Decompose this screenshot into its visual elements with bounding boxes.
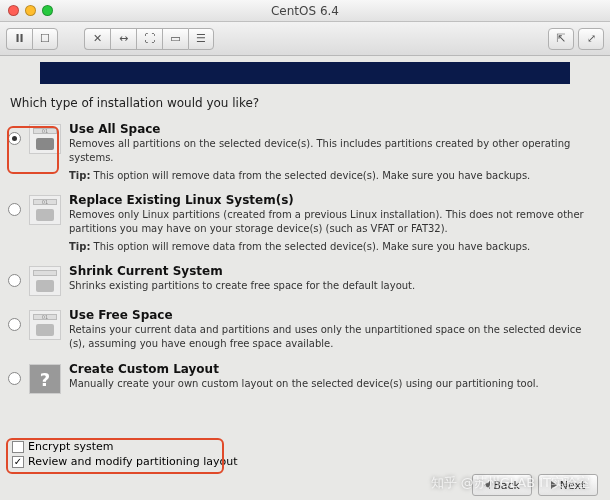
option-tip: Tip: This option will remove data from t… [69,241,598,252]
radio-replace-linux[interactable] [8,203,21,216]
option-desc: Removes all partitions on the selected d… [69,137,598,164]
back-button[interactable]: Back [472,474,532,496]
use-free-space-icon: 01 [29,310,61,340]
option-replace-linux[interactable]: 01 Replace Existing Linux System(s) Remo… [6,189,600,260]
checkbox-label: Review and modify partitioning layout [28,455,238,468]
option-title: Create Custom Layout [69,362,598,376]
window-title: CentOS 6.4 [0,4,610,18]
fullscreen-icon[interactable]: ⛶ [136,28,162,50]
encrypt-system-checkbox[interactable]: Encrypt system [12,440,598,453]
option-desc: Manually create your own custom layout o… [69,377,598,391]
option-desc: Shrinks existing partitions to create fr… [69,279,598,293]
bottom-checkboxes: Encrypt system ✓ Review and modify parti… [8,436,602,472]
option-desc: Removes only Linux partitions (created f… [69,208,598,235]
replace-linux-icon: 01 [29,195,61,225]
checkbox-icon[interactable]: ✓ [12,456,24,468]
option-shrink-system[interactable]: Shrink Current System Shrinks existing p… [6,260,600,304]
pause-button[interactable]: II [6,28,32,50]
radio-shrink-system[interactable] [8,274,21,287]
option-title: Shrink Current System [69,264,598,278]
unity-icon[interactable]: ▭ [162,28,188,50]
share-icon[interactable]: ⇱ [548,28,574,50]
window-titlebar: CentOS 6.4 [0,0,610,22]
devices-icon[interactable]: ☰ [188,28,214,50]
arrow-left-icon [484,481,490,489]
option-title: Use All Space [69,122,598,136]
install-options-list: 01 Use All Space Removes all partitions … [0,118,610,402]
checkbox-icon[interactable] [12,441,24,453]
option-use-free-space[interactable]: 01 Use Free Space Retains your current d… [6,304,600,358]
option-title: Replace Existing Linux System(s) [69,193,598,207]
checkbox-label: Encrypt system [28,440,114,453]
option-tip: Tip: This option will remove data from t… [69,170,598,181]
settings-icon[interactable]: ✕ [84,28,110,50]
review-partitioning-checkbox[interactable]: ✓ Review and modify partitioning layout [12,455,598,468]
resize-horizontal-icon[interactable]: ↔ [110,28,136,50]
use-all-space-icon: 01 [29,124,61,154]
snapshot-button[interactable]: ☐ [32,28,58,50]
arrow-right-icon [551,481,557,489]
expand-icon[interactable]: ⤢ [578,28,604,50]
installer-banner [40,62,570,84]
option-use-all-space[interactable]: 01 Use All Space Removes all partitions … [6,118,600,189]
radio-use-all-space[interactable] [8,132,21,145]
radio-use-free-space[interactable] [8,318,21,331]
option-title: Use Free Space [69,308,598,322]
vm-toolbar: II ☐ ✕ ↔ ⛶ ▭ ☰ ⇱ ⤢ [0,22,610,56]
shrink-system-icon [29,266,61,296]
radio-custom-layout[interactable] [8,372,21,385]
next-button[interactable]: Next [538,474,598,496]
option-desc: Retains your current data and partitions… [69,323,598,350]
option-custom-layout[interactable]: ? Create Custom Layout Manually create y… [6,358,600,402]
custom-layout-icon: ? [29,364,61,394]
installation-prompt: Which type of installation would you lik… [0,90,610,118]
